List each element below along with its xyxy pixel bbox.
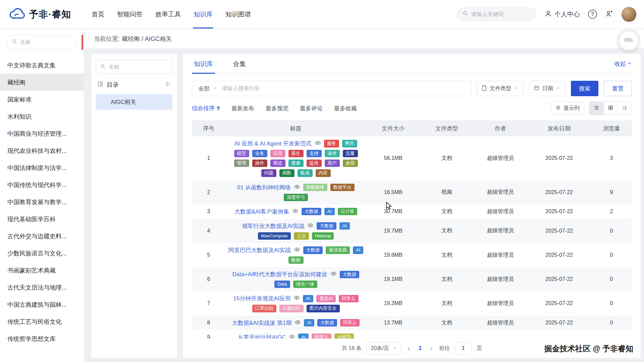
tag[interactable]: 大模型 [334,334,354,339]
tag[interactable]: AI [304,319,314,326]
directory-search-input[interactable] [109,64,168,70]
tag[interactable]: 网关 [342,140,357,147]
list-view-button[interactable] [589,102,603,115]
table-row[interactable]: 9 从零开始玩转AIGC AI 阿里云 [192,330,632,339]
tag[interactable]: AI [298,334,309,339]
tag[interactable]: 请求 [325,150,340,157]
sidebar-search-input[interactable] [20,39,72,45]
tag[interactable]: 数据 [288,256,304,264]
table-row[interactable]: 8 大数据&AI实战派 第1期 AI 大数据 [192,316,632,330]
sidebar-item[interactable]: 古代天文历法与地理... [0,279,84,296]
table-row[interactable]: 1 AI 应用 & AI Agent 开发新范式 服务 [192,136,632,180]
sort-option[interactable]: 最新发布 [231,105,254,112]
preview-eye-icon[interactable] [293,295,300,302]
sidebar-item[interactable]: 水利知识 [0,108,84,125]
tag[interactable]: 湖仓一体 [293,281,317,288]
sort-option[interactable]: 最多评论 [300,105,323,112]
tag[interactable]: 数据平台 [330,184,355,191]
tag[interactable]: 集成 [298,169,313,177]
table-row[interactable]: 3 大数据&AI客户案例集 大数据 AI [192,204,632,219]
tag[interactable]: 大数据 [303,246,323,254]
sidebar-scrollbar-thumb[interactable] [82,35,83,50]
doc-title-link[interactable]: Data+AI时代大数据平台应该如何建设 [232,270,327,278]
collapse-toggle[interactable]: 收起 [614,60,632,68]
sort-option[interactable]: 最多收藏 [334,105,357,112]
reset-button[interactable]: 重置 [604,81,632,96]
tag[interactable]: 支持 [307,150,322,157]
preview-eye-icon[interactable] [294,319,301,327]
sidebar-item[interactable]: 传统哲学思想文库 [0,330,84,347]
preview-eye-icon[interactable] [294,184,300,191]
nav-item[interactable]: 知识库 [187,0,219,28]
tab[interactable]: 合集 [231,54,248,74]
table-row[interactable]: 7 15分钟开发视觉AI应用 AI 视觉AI [192,291,632,315]
preview-eye-icon[interactable] [307,222,314,230]
sidebar-item[interactable]: 古代外交与边疆史料... [0,228,84,245]
avatar[interactable] [621,7,637,22]
preview-eye-icon[interactable] [330,270,337,278]
directory-item[interactable]: AIGC相关 [96,94,172,110]
tag[interactable]: Hadoop [312,232,334,240]
user-center-link[interactable]: 个人中心 [545,10,580,19]
sidebar-item[interactable]: 现代农业科技与农村... [0,142,84,159]
file-type-filter[interactable]: 文件类型 [477,81,524,96]
nav-item[interactable]: 首页 [85,0,111,28]
tag[interactable]: 大数据 [340,271,360,278]
tag[interactable]: 用户 [325,160,340,167]
tag[interactable]: 模型 [234,150,249,157]
tag[interactable]: 插件 [252,160,267,167]
scope-select[interactable]: 全部 [192,85,222,93]
tag[interactable]: 视觉AI [316,295,336,302]
tag[interactable]: 服务 [324,140,339,147]
tag[interactable]: 应用 [270,150,285,157]
table-row[interactable]: 4 领军行业大数据及AI实战 大数据 AI [192,219,632,243]
tag[interactable]: 云计算 [338,208,358,215]
content-search-input[interactable] [222,85,471,92]
sidebar-item[interactable]: 现代基础医学百科 [0,210,84,228]
sidebar-item[interactable]: 传统工艺与民俗文化 [0,313,84,330]
sort-option[interactable]: 综合排序 [192,105,220,112]
nav-item[interactable]: 智能问答 [111,0,149,28]
tag[interactable]: AI [324,208,335,215]
doc-title-link[interactable]: 大数据&AI客户案例集 [234,208,289,216]
table-row[interactable]: 2 01 从函数到神经网络 智能媒体 数据平台 [192,180,632,204]
tag[interactable]: AI [353,246,363,254]
tag[interactable]: 深度学习 [284,194,308,201]
sidebar-item[interactable]: 少数民族语言与文化... [0,245,84,262]
tag[interactable]: 大数据 [317,222,336,230]
doc-title-link[interactable]: AI 应用 & AI Agent 开发新范式 [234,140,312,147]
tag[interactable]: 阿里云 [312,334,331,339]
tag[interactable]: 搜索 [288,160,304,167]
sidebar-item[interactable]: 中国教育发展与教学... [0,193,84,210]
tag[interactable]: 限流 [270,160,285,167]
tag[interactable]: 口罩识别 [252,305,276,312]
nav-item[interactable]: 知识图谱 [219,0,257,28]
sidebar-item[interactable]: 中国古典建筑与园林... [0,296,84,313]
tag[interactable]: 管理 [234,160,249,167]
sidebar-item[interactable]: 书画篆刻艺术典藏 [0,262,84,279]
tag[interactable]: 大数据 [317,319,337,326]
sidebar-item[interactable]: 藏经阁 [0,74,84,91]
date-filter[interactable]: 日期 [529,81,566,96]
help-icon[interactable]: ? [588,10,597,19]
tag[interactable]: AI [339,222,350,230]
preview-eye-icon[interactable] [294,246,300,254]
tag[interactable]: 问题 [261,169,276,177]
scroll-progress-widget[interactable]: 0% [618,29,639,51]
sidebar-item[interactable]: 中国传统与现代科学... [0,176,84,193]
tag[interactable]: 业务 [252,150,267,157]
doc-title-link[interactable]: 领军行业大数据及AI实战 [242,222,304,230]
doc-title-link[interactable]: 01 从函数到神经网络 [237,184,291,191]
tag[interactable]: 函数 [279,169,294,177]
detail-view-button[interactable] [618,102,632,115]
preview-eye-icon[interactable] [289,334,295,339]
tag[interactable]: AI [303,295,313,302]
goto-page-input[interactable] [455,342,472,355]
tag[interactable]: 阿里云 [339,295,359,302]
table-row[interactable]: 5 阿里巴巴大数据及AI实战 大数据 最佳实践 [192,243,632,267]
preview-eye-icon[interactable] [315,140,321,147]
doc-title-link[interactable]: 15分钟开发视觉AI应用 [233,295,290,302]
global-search-input[interactable] [471,11,531,17]
tag[interactable]: 阿里云 [340,319,360,326]
search-button[interactable]: 搜索 [571,81,598,96]
